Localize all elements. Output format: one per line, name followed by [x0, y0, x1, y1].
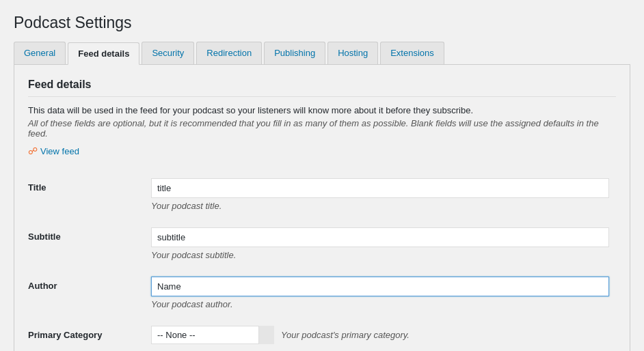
- subtitle-hint: Your podcast subtitle.: [151, 250, 616, 260]
- tabs-navigation: General Feed details Security Redirectio…: [14, 42, 630, 65]
- subtitle-input[interactable]: [151, 227, 609, 247]
- primary-category-hint: Your podcast's primary category.: [281, 330, 410, 340]
- author-input[interactable]: [151, 277, 609, 296]
- primary-category-select[interactable]: -- None --: [151, 326, 274, 344]
- tab-redirection[interactable]: Redirection: [196, 42, 262, 64]
- subtitle-row: Subtitle Your podcast subtitle.: [28, 219, 616, 268]
- title-hint: Your podcast title.: [151, 201, 616, 211]
- title-row: Title Your podcast title.: [28, 170, 616, 219]
- form-table: Title Your podcast title. Subtitle Your …: [28, 170, 616, 351]
- primary-category-label: Primary Category: [28, 330, 102, 340]
- tab-general[interactable]: General: [14, 42, 66, 64]
- section-title: Feed details: [28, 79, 616, 97]
- page-title: Podcast Settings: [14, 14, 630, 32]
- view-feed-label: View feed: [40, 146, 79, 156]
- section-note: All of these fields are optional, but it…: [28, 118, 616, 139]
- tab-feed-details[interactable]: Feed details: [68, 42, 139, 65]
- tab-security[interactable]: Security: [142, 42, 194, 64]
- primary-category-wrapper: -- None -- ▼ Your podcast's primary cate…: [151, 326, 410, 344]
- author-label: Author: [28, 281, 57, 291]
- tab-publishing[interactable]: Publishing: [264, 42, 325, 64]
- select-container: -- None -- ▼: [151, 326, 274, 344]
- view-feed-link[interactable]: ☍ View feed: [28, 145, 79, 156]
- title-input[interactable]: [151, 178, 609, 198]
- subtitle-label: Subtitle: [28, 231, 61, 242]
- content-area: Feed details This data will be used in t…: [14, 65, 630, 351]
- primary-category-row: Primary Category -- None -- ▼ Your podca…: [28, 318, 616, 351]
- section-description: This data will be used in the feed for y…: [28, 105, 616, 115]
- tab-extensions[interactable]: Extensions: [380, 42, 444, 64]
- tab-hosting[interactable]: Hosting: [327, 42, 378, 64]
- author-hint: Your podcast author.: [151, 299, 616, 309]
- author-row: Author Your podcast author.: [28, 268, 616, 318]
- title-label: Title: [28, 182, 46, 193]
- rss-icon: ☍: [28, 145, 38, 156]
